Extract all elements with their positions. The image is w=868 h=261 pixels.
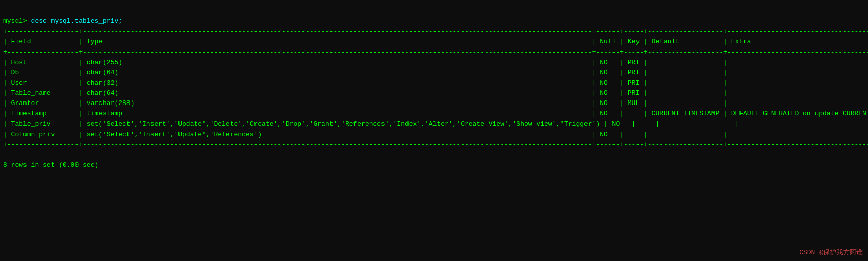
- row-table-name: | Table_name | char(64) | NO | PRI | |: [3, 89, 868, 97]
- prompt: mysql>: [3, 17, 31, 25]
- result-text: 8 rows in set (0.00 sec): [3, 161, 98, 169]
- row-grantor: | Grantor | varchar(288) | NO | MUL | |: [3, 99, 868, 107]
- header-row: | Field | Type | Null | Key | Default | …: [3, 38, 868, 45]
- command: desc mysql.tables_priv;: [31, 17, 122, 25]
- row-table-priv: | Table_priv | set('Select','Insert','Up…: [3, 120, 868, 128]
- divider-bot: +------------------+--------------------…: [3, 141, 868, 148]
- row-user: | User | char(32) | NO | PRI | |: [3, 79, 868, 87]
- watermark: CSDN @保护我方阿谁: [799, 248, 863, 257]
- row-host: | Host | char(255) | NO | PRI | |: [3, 59, 868, 66]
- row-timestamp: | Timestamp | timestamp | NO | | CURRENT…: [3, 110, 868, 117]
- row-db: | Db | char(64) | NO | PRI | |: [3, 69, 868, 76]
- divider-header: +------------------+--------------------…: [3, 48, 868, 56]
- row-column-priv: | Column_priv | set('Select','Insert','U…: [3, 130, 868, 138]
- divider-top: +------------------+--------------------…: [3, 28, 868, 35]
- terminal-output: mysql> desc mysql.tables_priv; +--------…: [0, 4, 868, 172]
